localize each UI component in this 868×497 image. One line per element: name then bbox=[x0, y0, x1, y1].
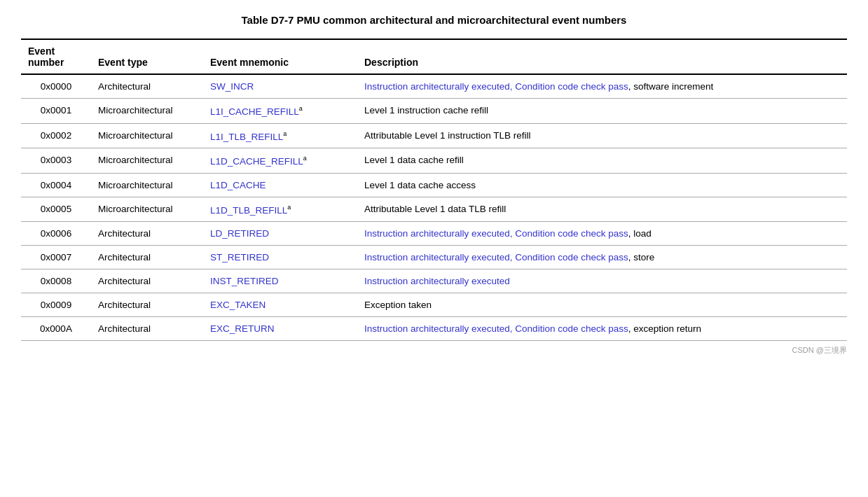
event-type-cell: Microarchitectural bbox=[91, 123, 203, 148]
col-header-event-number: Eventnumber bbox=[21, 39, 91, 74]
mnemonic-link[interactable]: LD_RETIRED bbox=[210, 228, 269, 239]
description-cell: Instruction architecturally executed, Co… bbox=[357, 74, 847, 99]
mnemonic-cell: ST_RETIRED bbox=[203, 246, 357, 270]
event-number-cell: 0x0000 bbox=[21, 74, 91, 99]
description-part: Level 1 instruction cache refill bbox=[364, 105, 488, 115]
table-row: 0x0009ArchitecturalEXC_TAKENException ta… bbox=[21, 293, 847, 317]
event-type-cell: Microarchitectural bbox=[91, 197, 203, 222]
main-table: Eventnumber Event type Event mnemonic De… bbox=[21, 38, 847, 341]
description-cell: Instruction architecturally executed, Co… bbox=[357, 246, 847, 270]
table-row: 0x0006ArchitecturalLD_RETIREDInstruction… bbox=[21, 222, 847, 246]
mnemonic-cell: EXC_RETURN bbox=[203, 317, 357, 341]
description-part: Instruction architecturally executed, Co… bbox=[364, 81, 628, 92]
description-part: Exception taken bbox=[364, 300, 432, 310]
description-cell: Instruction architecturally executed, Co… bbox=[357, 222, 847, 246]
mnemonic-link[interactable]: L1I_CACHE_REFILL bbox=[210, 106, 299, 117]
mnemonic-cell: EXC_TAKEN bbox=[203, 293, 357, 317]
mnemonic-link[interactable]: L1D_TLB_REFILL bbox=[210, 204, 287, 215]
description-cell: Level 1 data cache access bbox=[357, 173, 847, 197]
description-cell: Instruction architecturally executed bbox=[357, 270, 847, 293]
mnemonic-superscript: a bbox=[299, 105, 303, 112]
event-number-cell: 0x0006 bbox=[21, 222, 91, 246]
description-part: , load bbox=[628, 228, 652, 239]
description-part: , software increment bbox=[628, 81, 714, 92]
description-cell: Exception taken bbox=[357, 293, 847, 317]
event-type-cell: Architectural bbox=[91, 317, 203, 341]
description-part: Instruction architecturally executed, Co… bbox=[364, 323, 628, 334]
description-cell: Attributable Level 1 data TLB refill bbox=[357, 197, 847, 222]
mnemonic-superscript: a bbox=[283, 130, 287, 137]
event-number-cell: 0x0008 bbox=[21, 270, 91, 293]
watermark: CSDN @三境界 bbox=[21, 345, 847, 356]
event-type-cell: Architectural bbox=[91, 270, 203, 293]
mnemonic-cell: L1D_CACHE bbox=[203, 173, 357, 197]
description-part: Level 1 data cache refill bbox=[364, 155, 464, 165]
page-title: Table D7-7 PMU common architectural and … bbox=[21, 14, 847, 26]
event-number-cell: 0x0004 bbox=[21, 173, 91, 197]
mnemonic-superscript: a bbox=[303, 155, 307, 162]
event-type-cell: Architectural bbox=[91, 293, 203, 317]
mnemonic-link[interactable]: SW_INCR bbox=[210, 81, 254, 92]
description-part: Level 1 data cache access bbox=[364, 180, 476, 190]
description-part: Attributable Level 1 instruction TLB ref… bbox=[364, 130, 531, 141]
description-part: Instruction architecturally executed, Co… bbox=[364, 228, 628, 239]
event-type-cell: Architectural bbox=[91, 222, 203, 246]
mnemonic-cell: L1I_TLB_REFILLa bbox=[203, 123, 357, 148]
mnemonic-link[interactable]: INST_RETIRED bbox=[210, 276, 279, 286]
event-type-cell: Architectural bbox=[91, 74, 203, 99]
mnemonic-superscript: a bbox=[287, 204, 291, 211]
mnemonic-link[interactable]: L1I_TLB_REFILL bbox=[210, 131, 283, 141]
mnemonic-cell: L1D_CACHE_REFILLa bbox=[203, 148, 357, 174]
description-part: Instruction architecturally executed, Co… bbox=[364, 252, 628, 262]
event-number-cell: 0x0007 bbox=[21, 246, 91, 270]
description-cell: Attributable Level 1 instruction TLB ref… bbox=[357, 123, 847, 148]
table-row: 0x000AArchitecturalEXC_RETURNInstruction… bbox=[21, 317, 847, 341]
mnemonic-cell: SW_INCR bbox=[203, 74, 357, 99]
mnemonic-cell: INST_RETIRED bbox=[203, 270, 357, 293]
mnemonic-cell: L1D_TLB_REFILLa bbox=[203, 197, 357, 222]
event-type-cell: Microarchitectural bbox=[91, 99, 203, 124]
table-row: 0x0003MicroarchitecturalL1D_CACHE_REFILL… bbox=[21, 148, 847, 174]
mnemonic-link[interactable]: EXC_TAKEN bbox=[210, 300, 266, 310]
table-row: 0x0001MicroarchitecturalL1I_CACHE_REFILL… bbox=[21, 99, 847, 124]
col-header-description: Description bbox=[357, 39, 847, 74]
event-number-cell: 0x0009 bbox=[21, 293, 91, 317]
mnemonic-link[interactable]: ST_RETIRED bbox=[210, 252, 269, 262]
description-part: Instruction architecturally executed bbox=[364, 276, 510, 286]
event-type-cell: Architectural bbox=[91, 246, 203, 270]
description-part: Attributable Level 1 data TLB refill bbox=[364, 204, 506, 214]
mnemonic-link[interactable]: EXC_RETURN bbox=[210, 323, 275, 334]
event-number-cell: 0x0002 bbox=[21, 123, 91, 148]
event-number-cell: 0x0001 bbox=[21, 99, 91, 124]
description-cell: Instruction architecturally executed, Co… bbox=[357, 317, 847, 341]
col-header-mnemonic: Event mnemonic bbox=[203, 39, 357, 74]
table-row: 0x0002MicroarchitecturalL1I_TLB_REFILLaA… bbox=[21, 123, 847, 148]
table-row: 0x0000ArchitecturalSW_INCRInstruction ar… bbox=[21, 74, 847, 99]
event-number-cell: 0x000A bbox=[21, 317, 91, 341]
mnemonic-link[interactable]: L1D_CACHE bbox=[210, 180, 266, 190]
description-cell: Level 1 instruction cache refill bbox=[357, 99, 847, 124]
description-cell: Level 1 data cache refill bbox=[357, 148, 847, 174]
event-number-cell: 0x0005 bbox=[21, 197, 91, 222]
table-row: 0x0007ArchitecturalST_RETIREDInstruction… bbox=[21, 246, 847, 270]
event-type-cell: Microarchitectural bbox=[91, 148, 203, 174]
description-part: , exception return bbox=[628, 323, 701, 334]
col-header-event-type: Event type bbox=[91, 39, 203, 74]
event-type-cell: Microarchitectural bbox=[91, 173, 203, 197]
mnemonic-link[interactable]: L1D_CACHE_REFILL bbox=[210, 156, 303, 167]
event-number-cell: 0x0003 bbox=[21, 148, 91, 174]
mnemonic-cell: LD_RETIRED bbox=[203, 222, 357, 246]
table-row: 0x0005MicroarchitecturalL1D_TLB_REFILLaA… bbox=[21, 197, 847, 222]
table-row: 0x0004MicroarchitecturalL1D_CACHELevel 1… bbox=[21, 173, 847, 197]
table-row: 0x0008ArchitecturalINST_RETIREDInstructi… bbox=[21, 270, 847, 293]
table-header-row: Eventnumber Event type Event mnemonic De… bbox=[21, 39, 847, 74]
mnemonic-cell: L1I_CACHE_REFILLa bbox=[203, 99, 357, 124]
description-part: , store bbox=[628, 252, 655, 262]
